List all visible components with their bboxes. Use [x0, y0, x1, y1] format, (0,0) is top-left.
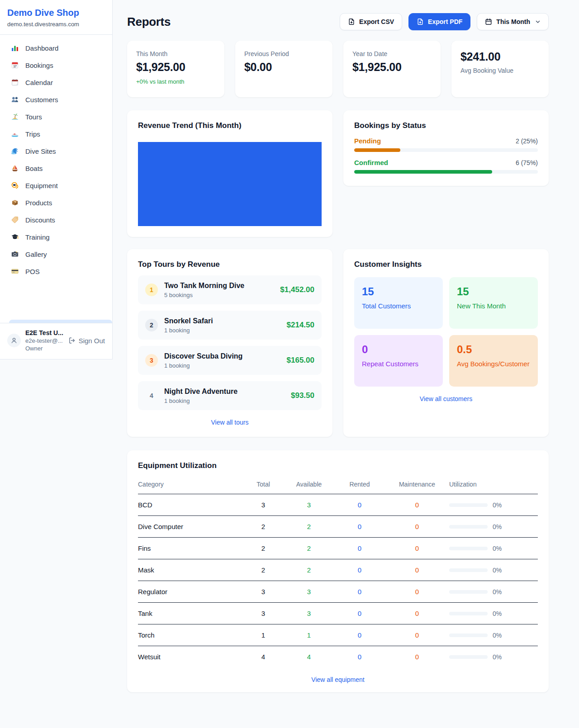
sidebar-item-label: Equipment — [25, 182, 58, 189]
sign-out-icon — [68, 337, 76, 344]
col-rented: Rented — [334, 477, 385, 494]
view-all-customers-link[interactable]: View all customers — [354, 395, 538, 402]
bar-chart-icon — [11, 44, 19, 52]
user-name: E2E Test U... — [25, 329, 63, 336]
sidebar-item-customers[interactable]: Customers — [0, 91, 112, 108]
period-select[interactable]: This Month — [477, 13, 549, 30]
user-role: Owner — [25, 345, 63, 352]
tour-revenue: $165.00 — [287, 356, 314, 365]
file-download-icon — [348, 18, 355, 25]
utilization-pct: 0% — [493, 610, 502, 617]
user-box: E2E Test U... e2e-tester@... Owner Sign … — [0, 323, 112, 359]
tile-label: Total Customers — [362, 302, 435, 310]
sidebar-item-bookings[interactable]: 17 Bookings — [0, 57, 112, 74]
export-csv-label: Export CSV — [359, 18, 394, 25]
camera-icon — [11, 250, 19, 258]
cell-maintenance: 0 — [385, 494, 449, 516]
credit-card-icon — [11, 267, 19, 275]
col-category: Category — [138, 477, 243, 494]
sidebar-item-tours[interactable]: Tours — [0, 108, 112, 125]
chevron-down-icon — [535, 19, 541, 24]
col-maintenance: Maintenance — [385, 477, 449, 494]
stat-label: Year to Date — [352, 50, 432, 57]
graduation-cap-icon — [11, 233, 19, 241]
tile-label: New This Month — [457, 302, 530, 310]
revenue-trend-chart — [138, 142, 322, 226]
sidebar-item-label: POS — [25, 268, 40, 275]
sidebar-item-training[interactable]: Training — [0, 228, 112, 246]
status-label: Pending — [354, 137, 381, 145]
utilization-pct: 0% — [493, 588, 502, 596]
sidebar-item-reports-active[interactable] — [9, 320, 112, 323]
utilization-pct: 0% — [493, 523, 502, 530]
sidebar-item-pos[interactable]: POS — [0, 263, 112, 280]
sidebar-item-dashboard[interactable]: Dashboard — [0, 39, 112, 57]
utilization-bar — [449, 525, 488, 529]
tag-icon — [11, 216, 19, 224]
export-csv-button[interactable]: Export CSV — [340, 13, 402, 30]
sign-out-button[interactable]: Sign Out — [68, 337, 105, 345]
utilization-pct: 0% — [493, 653, 502, 661]
file-download-icon — [417, 18, 424, 25]
table-row: Regulator 3 3 0 0 0% — [138, 581, 538, 603]
tile-repeat-customers: 0 Repeat Customers — [354, 335, 443, 387]
cell-available: 3 — [284, 603, 334, 624]
tour-row[interactable]: 4 Night Dive Adventure 1 booking $93.50 — [138, 381, 322, 410]
tour-revenue: $214.50 — [287, 321, 314, 330]
people-icon — [11, 95, 19, 104]
svg-text:17: 17 — [13, 65, 17, 68]
sidebar-item-calendar[interactable]: Calendar — [0, 74, 112, 91]
sidebar-item-dive-sites[interactable]: Dive Sites — [0, 142, 112, 160]
sidebar-item-products[interactable]: Products — [0, 194, 112, 211]
utilization-bar — [449, 590, 488, 594]
tour-name: Snorkel Safari — [164, 317, 213, 325]
tour-row[interactable]: 2 Snorkel Safari 1 booking $214.50 — [138, 311, 322, 340]
shop-name[interactable]: Demo Dive Shop — [7, 8, 105, 18]
cell-category: Mask — [138, 559, 243, 581]
cell-category: Regulator — [138, 581, 243, 603]
island-icon — [11, 113, 19, 121]
sidebar-item-discounts[interactable]: Discounts — [0, 211, 112, 228]
cell-total: 1 — [243, 624, 284, 646]
cell-total: 2 — [243, 538, 284, 559]
sidebar-item-label: Customers — [25, 96, 58, 104]
status-value: 6 (75%) — [516, 159, 538, 166]
table-row: Dive Computer 2 2 0 0 0% — [138, 516, 538, 538]
sidebar-item-gallery[interactable]: Gallery — [0, 246, 112, 263]
col-available: Available — [284, 477, 334, 494]
sidebar-item-trips[interactable]: Trips — [0, 125, 112, 142]
utilization-bar — [449, 503, 488, 507]
tour-bookings: 1 booking — [164, 327, 213, 334]
table-row: BCD 3 3 0 0 0% — [138, 494, 538, 516]
utilization-pct: 0% — [493, 545, 502, 552]
col-total: Total — [243, 477, 284, 494]
cell-available: 2 — [284, 516, 334, 538]
stat-card-previous-period: Previous Period $0.00 — [235, 41, 332, 97]
table-row: Torch 1 1 0 0 0% — [138, 624, 538, 646]
cell-maintenance: 0 — [385, 581, 449, 603]
cell-rented: 0 — [334, 559, 385, 581]
equipment-table: Category Total Available Rented Maintena… — [138, 477, 538, 667]
cell-maintenance: 0 — [385, 603, 449, 624]
shop-domain: demo.test.divestreams.com — [7, 21, 105, 28]
package-icon — [11, 199, 19, 207]
panel-title: Customer Insights — [354, 260, 538, 269]
cell-available: 3 — [284, 581, 334, 603]
sidebar: Demo Dive Shop demo.test.divestreams.com… — [0, 0, 113, 359]
view-all-equipment-link[interactable]: View all equipment — [138, 676, 538, 683]
user-email: e2e-tester@... — [25, 337, 63, 344]
sidebar-item-label: Training — [25, 233, 50, 241]
sidebar-item-equipment[interactable]: Equipment — [0, 177, 112, 194]
cell-rented: 0 — [334, 624, 385, 646]
status-label: Confirmed — [354, 159, 388, 166]
table-row: Tank 3 3 0 0 0% — [138, 603, 538, 624]
tour-revenue: $93.50 — [291, 391, 314, 400]
tour-row[interactable]: 3 Discover Scuba Diving 1 booking $165.0… — [138, 346, 322, 375]
status-bar-track — [354, 170, 538, 174]
export-pdf-button[interactable]: Export PDF — [408, 13, 470, 30]
tile-value: 0 — [362, 343, 435, 356]
tour-row[interactable]: 1 Two Tank Morning Dive 5 bookings $1,45… — [138, 275, 322, 304]
sidebar-item-boats[interactable]: Boats — [0, 160, 112, 177]
tour-name: Discover Scuba Diving — [164, 352, 242, 360]
view-all-tours-link[interactable]: View all tours — [138, 419, 322, 426]
